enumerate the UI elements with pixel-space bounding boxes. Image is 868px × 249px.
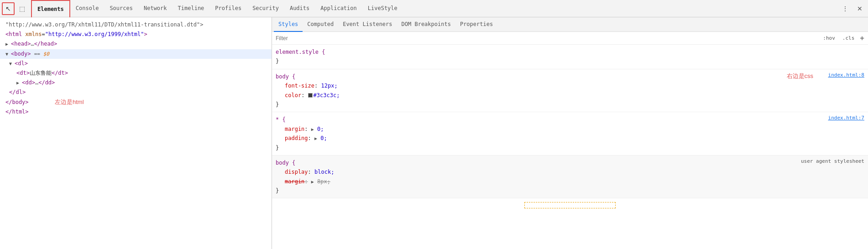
add-style-btn[interactable]: + (860, 34, 864, 42)
body-selector: body { (276, 72, 864, 81)
main-container: "http://www.w3.org/TR/xhtml11/DTD/xhtml1… (0, 17, 868, 249)
display-prop: display: block; (276, 167, 864, 176)
tab-application[interactable]: Application (315, 0, 362, 17)
head-line[interactable]: ▶ <head>…</head> (0, 39, 272, 49)
bottom-hint-area (272, 198, 868, 212)
tab-livestyle[interactable]: LiveStyle (362, 0, 403, 17)
tab-computed[interactable]: Computed (303, 17, 338, 32)
css-filter-input[interactable] (276, 35, 821, 42)
tab-properties[interactable]: Properties (455, 17, 497, 32)
styles-tab-bar: Styles Computed Event Listeners DOM Brea… (272, 17, 868, 32)
body-agent-selector: body { (276, 158, 864, 167)
star-style-block: index.html:7 * { margin: ▶ 0; padding: ▶… (272, 112, 868, 156)
margin-prop: margin: ▶ 0; (276, 124, 864, 134)
dashed-indicator (524, 202, 616, 208)
tab-styles[interactable]: Styles (274, 17, 303, 32)
tab-sources[interactable]: Sources (104, 0, 138, 17)
agent-margin-prop: margin: ▶ 8px; (276, 177, 864, 186)
tab-event-listeners[interactable]: Event Listeners (338, 17, 397, 32)
tab-timeline[interactable]: Timeline (173, 0, 210, 17)
css-rules-content: element.style { } index.html:8 右边是css bo… (272, 45, 868, 249)
tab-audits[interactable]: Audits (284, 0, 315, 17)
body-close-line: </body> 左边是html (0, 98, 272, 107)
body-style-block: index.html:8 右边是css body { font-size: 12… (272, 69, 868, 113)
cls-filter-btn[interactable]: .cls (841, 35, 857, 42)
css-filter-bar: :hov .cls + (272, 32, 868, 45)
devtools-toolbar: ↖ ⬚ Elements Console Sources Network Tim… (0, 0, 868, 17)
dl-open-line[interactable]: ▼ <dl> (0, 59, 272, 68)
more-options-button[interactable]: ⋮ (839, 2, 852, 15)
dt-line[interactable]: <dt>山东鲁能</dt> (0, 68, 272, 78)
body-line[interactable]: ▼ <body> == $0 (0, 49, 272, 59)
tab-profiles[interactable]: Profiles (209, 0, 247, 17)
margin-expand-arrow[interactable]: ▶ (311, 127, 314, 132)
font-size-prop: font-size: 12px; (276, 81, 864, 90)
select-element-button[interactable]: ↖ (2, 2, 15, 15)
html-open-line[interactable]: <html xmlns="http://www.w3.org/1999/xhtm… (0, 30, 272, 39)
hov-filter-btn[interactable]: :hov (821, 35, 837, 42)
toolbar-icon-group: ↖ ⬚ (2, 2, 28, 15)
close-devtools-button[interactable]: ✕ (853, 2, 866, 15)
styles-panel: Styles Computed Event Listeners DOM Brea… (272, 17, 868, 249)
toolbar-right-actions: ⋮ ✕ (839, 2, 866, 15)
star-source-link[interactable]: index.html:7 (828, 115, 864, 121)
tab-security[interactable]: Security (247, 0, 284, 17)
agent-body-close: } (276, 186, 864, 195)
body-agent-block: user agent stylesheet body { display: bl… (272, 156, 868, 199)
star-close: } (276, 143, 864, 152)
tab-elements[interactable]: Elements (31, 0, 70, 17)
html-close-line: </html> (0, 107, 272, 117)
body-source-link[interactable]: index.html:8 (828, 72, 864, 78)
tab-dom-breakpoints[interactable]: DOM Breakpoints (397, 17, 455, 32)
filter-actions: :hov .cls + (821, 34, 864, 42)
dd-line[interactable]: ▶ <dd>…</dd> (0, 78, 272, 88)
tab-network[interactable]: Network (138, 0, 173, 17)
elements-panel: "http://www.w3.org/TR/xhtml11/DTD/xhtml1… (0, 17, 272, 249)
main-tab-nav: Elements Console Sources Network Timelin… (31, 0, 403, 17)
doctype-line2: "http://www.w3.org/TR/xhtml11/DTD/xhtml1… (0, 20, 272, 30)
color-prop: color: #3c3c3c; (276, 91, 864, 100)
toggle-device-button[interactable]: ⬚ (16, 2, 28, 15)
color-swatch[interactable] (308, 93, 313, 98)
agent-margin-arrow[interactable]: ▶ (311, 179, 314, 184)
star-selector: * { (276, 115, 864, 124)
padding-expand-arrow[interactable]: ▶ (314, 136, 317, 141)
element-style-selector: element.style { (276, 47, 864, 57)
right-annotation: 右边是css (787, 72, 814, 80)
dl-close-line: </dl> (0, 88, 272, 97)
padding-prop: padding: ▶ 0; (276, 134, 864, 143)
agent-source-link: user agent stylesheet (801, 158, 864, 164)
element-style-block: element.style { } (272, 45, 868, 69)
element-style-close: } (276, 57, 864, 66)
tab-console[interactable]: Console (70, 0, 105, 17)
body-close: } (276, 100, 864, 109)
